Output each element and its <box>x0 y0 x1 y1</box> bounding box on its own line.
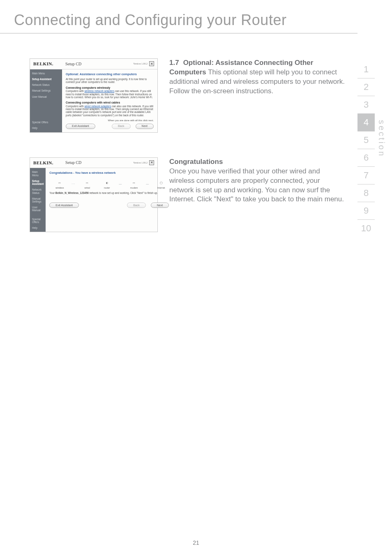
step-text: 1.7 Optional: Assistance Connecting Othe… <box>169 58 346 96</box>
section-nav-item-7[interactable]: 7 <box>357 167 375 184</box>
sidebar-item-special-offers[interactable]: Special Offers <box>32 121 60 124</box>
next-button[interactable]: Next <box>136 124 154 129</box>
close-icon[interactable]: ✕ <box>149 160 154 165</box>
back-button[interactable]: Back <box>127 203 146 208</box>
brand-logo: BELKIN. <box>33 160 65 166</box>
step-marker: 1.7 <box>169 58 179 68</box>
sub-wired: Connecting computers with wired cables <box>66 101 154 104</box>
laptop-icon: ▭ <box>55 179 64 187</box>
section-nav-item-8[interactable]: 8 <box>357 184 375 202</box>
wired-text: Computers with wired network adapters ca… <box>66 105 154 117</box>
back-button[interactable]: Back <box>112 124 131 129</box>
sidebar: Main Menu Setup Assistant Network Status… <box>30 69 62 132</box>
sidebar-item-help[interactable]: Help <box>32 127 60 129</box>
section-nav-item-5[interactable]: 5 <box>357 131 375 149</box>
setup-screenshot-congrats: BELKIN. Setup CD Version 1.00.2 ✕ Main M… <box>30 157 158 233</box>
panel-title: Congratulations - You have a wireless ne… <box>49 171 169 175</box>
desktop-icon: ▭ <box>83 179 91 187</box>
sidebar-item-manual-settings[interactable]: Manual Settings <box>32 89 60 92</box>
panel-title: Optional: Assistance connecting other co… <box>66 73 154 76</box>
wired-adapters-link[interactable]: wired network adapters <box>85 105 111 108</box>
sidebar: Main Menu Setup Assistant Network Status… <box>30 168 46 232</box>
topology-icons: ▭wireless ··· ▭wired ◐router — ▭modem — … <box>52 179 169 189</box>
wireless-text: Computers with wireless network adapters… <box>66 90 154 99</box>
sidebar-item-user-manual[interactable]: User Manual <box>32 206 44 212</box>
section-nav-item-6[interactable]: 6 <box>357 149 375 167</box>
congrats-body: Once you have verified that your other w… <box>169 167 344 203</box>
brand-logo: BELKIN. <box>33 61 65 67</box>
intro-text: At this point your router is set up and … <box>66 78 154 83</box>
sidebar-item-user-manual[interactable]: User Manual <box>32 95 60 98</box>
sidebar-item-special-offers[interactable]: Special Offers <box>32 218 44 224</box>
congrats-text: Congratulations Once you have verified t… <box>169 157 346 205</box>
version-label: Version 1.00.2 <box>133 161 148 164</box>
sidebar-item-manual-settings[interactable]: Manual Settings <box>32 197 44 203</box>
section-nav-item-4[interactable]: 4 <box>357 114 375 131</box>
sidebar-item-main-menu[interactable]: Main Menu <box>32 171 44 176</box>
next-button[interactable]: Next <box>151 203 169 208</box>
page-number: 21 <box>0 539 392 546</box>
wireless-adapters-link[interactable]: wireless network adapters <box>85 90 115 92</box>
section-nav-item-2[interactable]: 2 <box>357 78 375 96</box>
wireless-link-icon: ··· <box>71 182 75 186</box>
congrats-msg: Your Belkin_N_Wireless_123456 network is… <box>49 191 169 194</box>
close-icon[interactable]: ✕ <box>149 61 154 66</box>
section-nav-item-9[interactable]: 9 <box>357 202 375 220</box>
sidebar-item-network-status[interactable]: Network Status <box>32 188 44 194</box>
exit-button[interactable]: Exit Assistant <box>49 203 79 208</box>
section-label: section <box>377 120 386 157</box>
sidebar-item-help[interactable]: Help <box>32 226 44 229</box>
modem-icon: ▭ <box>130 179 138 187</box>
link-icon: — <box>146 182 149 186</box>
link-icon: — <box>119 182 122 186</box>
sub-wireless: Connecting computers wirelessly <box>66 86 154 90</box>
sidebar-item-network-status[interactable]: Network Status <box>32 83 60 86</box>
globe-icon: ◯ <box>157 179 165 187</box>
section-nav-item-3[interactable]: 3 <box>357 96 375 114</box>
section-nav-item-10[interactable]: 10 <box>357 220 375 237</box>
sidebar-item-main-menu[interactable]: Main Menu <box>32 72 60 75</box>
setup-screenshot-assistance: BELKIN. Setup CD Version 1.00.2 ✕ Main M… <box>30 58 158 133</box>
version-label: Version 1.00.2 <box>133 62 148 65</box>
page-title: Connecting and Configuring your Router <box>0 0 357 34</box>
window-title: Setup CD <box>65 62 133 67</box>
router-icon: ◐ <box>103 179 111 187</box>
section-nav-item-1[interactable]: 1 <box>357 61 375 78</box>
window-title: Setup CD <box>65 160 133 165</box>
section-nav: 12345678910 <box>357 61 375 237</box>
sidebar-item-setup-assistant[interactable]: Setup Assistant <box>32 78 60 81</box>
exit-button[interactable]: Exit Assistant <box>66 124 95 129</box>
hint-text: When you are done with all this click ne… <box>66 119 154 122</box>
sidebar-item-setup-assistant[interactable]: Setup Assistant <box>32 180 44 185</box>
congrats-heading: Congratulations <box>169 157 346 167</box>
